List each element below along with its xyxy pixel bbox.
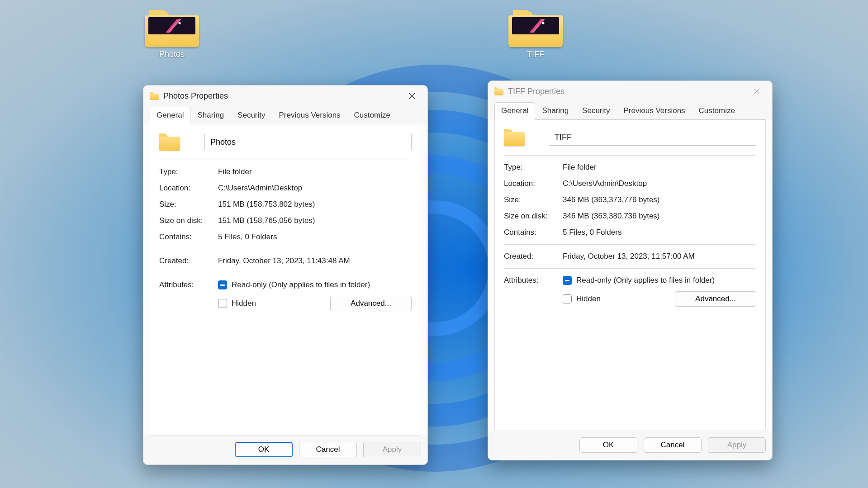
checkbox-icon — [563, 294, 572, 303]
cancel-button[interactable]: Cancel — [299, 442, 357, 457]
checkbox-readonly[interactable]: Read-only (Only applies to files in fold… — [218, 280, 412, 289]
label-size: Size: — [504, 195, 563, 204]
close-button[interactable] — [401, 89, 423, 103]
label-attributes: Attributes: — [504, 276, 563, 307]
value-size-on-disk: 151 MB (158,765,056 bytes) — [218, 216, 412, 225]
label-created: Created: — [159, 256, 218, 265]
advanced-button[interactable]: Advanced... — [675, 291, 756, 307]
value-created: Friday, October 13, 2023, 11:57:00 AM — [563, 252, 756, 261]
checkbox-hidden[interactable]: Hidden — [218, 299, 256, 308]
tab-body-general: Type:File folder Location:C:\Users\Admin… — [494, 119, 766, 431]
label-type: Type: — [504, 163, 563, 172]
value-contains: 5 Files, 0 Folders — [563, 228, 756, 237]
value-contains: 5 Files, 0 Folders — [218, 232, 412, 242]
desktop-icon-label: TIFF — [508, 50, 563, 59]
window-title: Photos Properties — [163, 91, 228, 101]
titlebar[interactable]: Photos Properties — [143, 85, 427, 106]
divider — [159, 273, 412, 273]
tab-customize[interactable]: Customize — [347, 107, 397, 124]
checkbox-label: Hidden — [576, 294, 601, 303]
tab-security[interactable]: Security — [231, 107, 272, 124]
folder-icon — [508, 10, 563, 47]
properties-dialog-tiff: TIFF Properties General Sharing Security… — [488, 81, 773, 460]
ok-button[interactable]: OK — [579, 437, 637, 453]
value-size: 346 MB (363,373,776 bytes) — [563, 195, 756, 204]
checkbox-label: Read-only (Only applies to files in fold… — [576, 276, 715, 285]
dialog-footer: OK Cancel Apply — [488, 431, 772, 460]
checkbox-hidden[interactable]: Hidden — [563, 294, 601, 303]
label-size-on-disk: Size on disk: — [504, 212, 563, 221]
label-location: Location: — [504, 179, 563, 188]
tab-security[interactable]: Security — [575, 102, 617, 120]
dialog-footer: OK Cancel Apply — [143, 436, 427, 464]
desktop-icon-label: Photos — [145, 50, 199, 59]
label-attributes: Attributes: — [159, 280, 218, 311]
value-size: 151 MB (158,753,802 bytes) — [218, 200, 412, 209]
tab-previous-versions[interactable]: Previous Versions — [617, 102, 692, 120]
divider — [159, 160, 412, 160]
checkbox-label: Read-only (Only applies to files in fold… — [232, 280, 370, 289]
label-created: Created: — [504, 252, 563, 261]
label-contains: Contains: — [504, 228, 563, 237]
close-icon — [754, 88, 760, 95]
divider — [504, 268, 756, 269]
apply-button[interactable]: Apply — [708, 437, 766, 453]
tab-previous-versions[interactable]: Previous Versions — [272, 107, 347, 124]
divider — [504, 244, 756, 245]
folder-icon — [494, 87, 503, 95]
ok-button[interactable]: OK — [235, 442, 293, 457]
folder-icon — [145, 10, 199, 47]
folder-icon — [504, 129, 525, 146]
advanced-button[interactable]: Advanced... — [330, 296, 412, 311]
tab-sharing[interactable]: Sharing — [535, 102, 575, 120]
value-location: C:\Users\Admin\Desktop — [563, 179, 756, 188]
window-title: TIFF Properties — [508, 87, 564, 96]
value-size-on-disk: 346 MB (363,380,736 bytes) — [563, 212, 756, 221]
properties-dialog-photos: Photos Properties General Sharing Securi… — [143, 85, 428, 465]
tab-general[interactable]: General — [150, 107, 190, 124]
divider — [504, 155, 756, 156]
checkbox-icon — [218, 299, 227, 308]
value-location: C:\Users\Admin\Desktop — [218, 184, 412, 193]
tab-strip: General Sharing Security Previous Versio… — [488, 102, 772, 119]
tab-sharing[interactable]: Sharing — [190, 107, 231, 124]
tab-strip: General Sharing Security Previous Versio… — [143, 106, 427, 124]
folder-name-input[interactable] — [549, 129, 756, 146]
checkbox-label: Hidden — [232, 299, 256, 308]
label-location: Location: — [159, 184, 218, 193]
tab-general[interactable]: General — [494, 102, 535, 120]
label-size-on-disk: Size on disk: — [159, 216, 218, 225]
label-contains: Contains: — [159, 232, 218, 242]
divider — [159, 249, 412, 249]
label-type: Type: — [159, 167, 218, 176]
cancel-button[interactable]: Cancel — [644, 437, 702, 453]
desktop-folder-photos[interactable]: Photos — [145, 10, 199, 59]
value-created: Friday, October 13, 2023, 11:43:48 AM — [218, 256, 412, 265]
close-button[interactable] — [746, 84, 768, 99]
checkbox-indeterminate-icon — [563, 276, 572, 285]
checkbox-indeterminate-icon — [218, 280, 227, 289]
folder-name-input[interactable] — [204, 134, 412, 150]
apply-button[interactable]: Apply — [363, 442, 421, 457]
value-type: File folder — [563, 163, 756, 172]
label-size: Size: — [159, 200, 218, 209]
close-icon — [409, 93, 415, 99]
desktop-folder-tiff[interactable]: TIFF — [508, 10, 563, 59]
tab-body-general: Type:File folder Location:C:\Users\Admin… — [150, 124, 421, 436]
titlebar[interactable]: TIFF Properties — [488, 81, 772, 102]
folder-icon — [159, 133, 180, 151]
tab-customize[interactable]: Customize — [692, 102, 742, 120]
checkbox-readonly[interactable]: Read-only (Only applies to files in fold… — [563, 276, 756, 285]
folder-icon — [150, 92, 159, 100]
value-type: File folder — [218, 167, 412, 176]
